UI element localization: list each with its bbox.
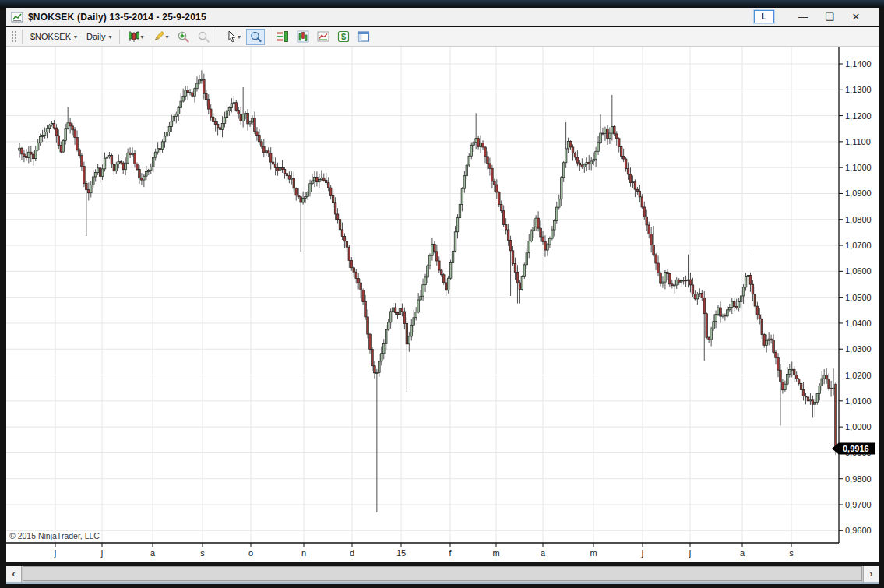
properties-button[interactable] xyxy=(354,29,373,45)
chart-trader-icon xyxy=(276,30,289,43)
svg-text:0,9700: 0,9700 xyxy=(845,500,872,509)
svg-text:1,0600: 1,0600 xyxy=(845,266,872,276)
svg-text:a: a xyxy=(541,548,546,558)
toolbar-separator xyxy=(269,30,269,44)
interval-label: Daily xyxy=(86,32,105,41)
toolbar-separator xyxy=(22,30,23,44)
chevron-down-icon: ▾ xyxy=(165,33,168,40)
svg-text:1,0700: 1,0700 xyxy=(845,241,872,250)
svg-text:1,0400: 1,0400 xyxy=(845,319,872,328)
svg-text:0,9800: 0,9800 xyxy=(845,474,872,484)
svg-text:1,0000: 1,0000 xyxy=(845,422,872,431)
svg-text:1,1100: 1,1100 xyxy=(845,137,871,146)
svg-text:1,0900: 1,0900 xyxy=(845,188,872,198)
window-top-border xyxy=(0,0,884,8)
minimize-button[interactable]: — xyxy=(790,9,816,25)
drawing-tools-icon xyxy=(153,30,165,43)
chart-area: 1,14001,13001,12001,11001,10001,09001,08… xyxy=(6,47,879,562)
toolbar-grip-handle[interactable] xyxy=(11,30,16,43)
toolbar-separator xyxy=(119,30,120,44)
svg-text:1,0200: 1,0200 xyxy=(845,371,872,380)
chart-panel-button[interactable] xyxy=(314,29,333,45)
zoom-out-icon xyxy=(197,30,210,44)
window-controls: L — ❑ ✕ xyxy=(754,9,879,25)
account-dollar-icon: $ xyxy=(337,30,350,43)
scroll-left-button[interactable]: ‹ xyxy=(6,566,22,582)
chart-panel-icon xyxy=(317,30,329,43)
chevron-down-icon: ▾ xyxy=(108,33,111,40)
svg-text:1,1000: 1,1000 xyxy=(845,163,872,172)
cursor-icon xyxy=(226,30,238,43)
cursor-button[interactable]: ▾ xyxy=(221,29,245,45)
toolbar-separator xyxy=(217,30,217,44)
chart-window: $NOKSEK (Daily) 13-5-2014 - 25-9-2015 L … xyxy=(6,8,879,584)
chevron-down-icon: ▾ xyxy=(238,33,241,40)
titlebar[interactable]: $NOKSEK (Daily) 13-5-2014 - 25-9-2015 L … xyxy=(6,8,879,26)
drawing-tools-button[interactable]: ▾ xyxy=(149,29,172,45)
chart-style-button[interactable]: ▾ xyxy=(124,29,147,45)
link-button[interactable]: L xyxy=(754,10,774,23)
properties-icon xyxy=(357,30,370,43)
svg-text:a: a xyxy=(150,548,156,558)
svg-text:s: s xyxy=(200,548,205,558)
svg-text:$: $ xyxy=(341,32,346,41)
scroll-thumb[interactable] xyxy=(23,566,862,581)
svg-text:j: j xyxy=(54,548,56,558)
svg-text:a: a xyxy=(740,548,745,558)
toolbar: $NOKSEK ▾ Daily ▾ ▾ ▾ xyxy=(6,27,879,47)
svg-text:1,1400: 1,1400 xyxy=(845,59,872,69)
account-dollar-button[interactable]: $ xyxy=(334,29,353,45)
chevron-down-icon: ▾ xyxy=(140,33,143,40)
svg-text:o: o xyxy=(248,548,253,558)
instrument-label: $NOKSEK xyxy=(30,32,71,41)
svg-text:d: d xyxy=(350,548,354,558)
zoom-out-button[interactable] xyxy=(194,29,213,45)
maximize-button[interactable]: ❑ xyxy=(816,9,843,25)
desktop: $NOKSEK (Daily) 13-5-2014 - 25-9-2015 L … xyxy=(0,0,884,588)
svg-text:1,0300: 1,0300 xyxy=(845,344,872,354)
h-scrollbar[interactable]: ‹ › xyxy=(6,566,879,582)
svg-text:s: s xyxy=(789,548,794,558)
zoom-in-button[interactable] xyxy=(174,29,192,45)
svg-text:m: m xyxy=(492,548,499,558)
svg-text:15: 15 xyxy=(396,548,406,558)
svg-text:1,1300: 1,1300 xyxy=(845,85,872,94)
svg-text:j: j xyxy=(641,548,643,558)
window-bottom-edge xyxy=(6,582,879,584)
scroll-right-button[interactable]: › xyxy=(863,566,879,582)
svg-text:j: j xyxy=(689,548,691,558)
copyright: © 2015 NinjaTrader, LLC xyxy=(9,531,100,540)
zoom-in-icon xyxy=(177,30,190,44)
chevron-down-icon: ▾ xyxy=(74,33,77,40)
market-analyzer-icon xyxy=(297,30,309,43)
svg-text:0,9600: 0,9600 xyxy=(845,526,872,535)
chart-trader-button[interactable] xyxy=(273,29,292,45)
svg-text:1,1200: 1,1200 xyxy=(845,111,872,121)
data-box-icon xyxy=(249,30,262,44)
close-button[interactable]: ✕ xyxy=(843,9,869,25)
svg-text:1,0100: 1,0100 xyxy=(845,396,872,406)
window-title: $NOKSEK (Daily) 13-5-2014 - 25-9-2015 xyxy=(28,12,206,23)
svg-text:j: j xyxy=(100,548,103,558)
interval-dropdown[interactable]: Daily ▾ xyxy=(82,30,116,44)
svg-text:0,9916: 0,9916 xyxy=(843,444,869,453)
chart-style-icon xyxy=(128,30,140,43)
svg-text:1,0800: 1,0800 xyxy=(845,215,872,224)
svg-text:1,0500: 1,0500 xyxy=(845,293,872,302)
market-analyzer-button[interactable] xyxy=(294,29,312,45)
data-box-button[interactable] xyxy=(246,29,265,45)
chart-canvas[interactable]: 1,14001,13001,12001,11001,10001,09001,08… xyxy=(6,47,879,562)
instrument-dropdown[interactable]: $NOKSEK ▾ xyxy=(26,30,82,44)
svg-text:n: n xyxy=(301,548,306,558)
svg-text:m: m xyxy=(590,548,597,558)
window-icon xyxy=(11,11,23,23)
